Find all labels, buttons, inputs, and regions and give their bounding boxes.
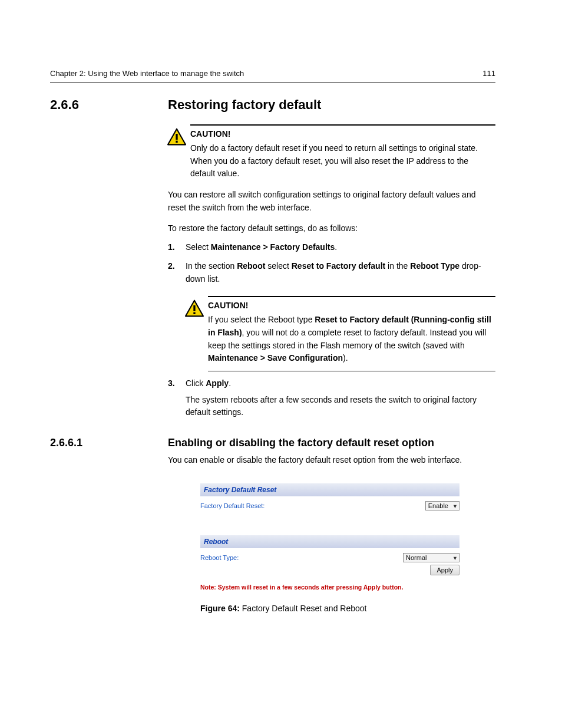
- section-title: Restoring factory default: [168, 97, 495, 113]
- step-bold: Maintenance > Factory Defaults: [211, 242, 335, 252]
- chevron-down-icon: ▼: [452, 503, 458, 509]
- ui-label-reboot-type: Reboot Type:: [200, 554, 318, 561]
- step-bold: Apply: [206, 378, 229, 388]
- select-value: Normal: [406, 554, 427, 561]
- figure-number: Figure 64:: [200, 604, 240, 613]
- caution-text-1: Only do a factory default reset if you n…: [190, 142, 495, 180]
- step-number: 3.: [168, 377, 186, 390]
- subsection-number: 2.6.6.1: [50, 437, 82, 449]
- figure-caption: Figure 64: Factory Default Reset and Reb…: [200, 604, 495, 613]
- warning-icon: [167, 128, 187, 146]
- select-value: Enable: [428, 502, 448, 509]
- ui-section-header-reboot: Reboot: [200, 535, 459, 548]
- subsection-title: Enabling or disabling the factory defaul…: [168, 437, 495, 449]
- header-chapter-title: Chapter 2: Using the Web interface to ma…: [50, 69, 244, 78]
- svg-rect-4: [193, 305, 195, 311]
- step-text: .: [335, 242, 337, 252]
- svg-rect-5: [193, 312, 195, 314]
- step-number: 2.: [168, 260, 186, 285]
- svg-rect-1: [176, 134, 177, 140]
- step-text: in the: [385, 261, 410, 271]
- body-paragraph-2: To restore the factory default settings,…: [168, 222, 495, 235]
- step-text: In the section: [186, 261, 237, 271]
- ui-row-apply: Apply: [200, 564, 459, 577]
- result-paragraph: The system reboots after a few seconds a…: [186, 394, 495, 419]
- svg-rect-2: [176, 141, 177, 143]
- caution-text-2: If you select the Reboot type Reset to F…: [208, 314, 495, 365]
- caution-label-1: CAUTION!: [190, 129, 495, 139]
- section-number: 2.6.6: [50, 97, 79, 113]
- step-text: Select: [186, 242, 211, 252]
- ui-section-header-factory: Factory Default Reset: [200, 483, 459, 496]
- step-text: Click: [186, 378, 206, 388]
- embedded-ui-panel: Factory Default Reset Factory Default Re…: [200, 483, 459, 591]
- ui-warning-note: Note: System will reset in a few seconds…: [200, 584, 459, 591]
- figure-caption-text: Factory Default Reset and Reboot: [240, 604, 367, 613]
- step-text: select: [265, 261, 291, 271]
- step-2: 2. In the section Reboot select Reset to…: [168, 260, 495, 285]
- caution-label-2: CAUTION!: [208, 301, 495, 310]
- ui-row-reboot-type: Reboot Type: Normal ▼: [200, 548, 459, 564]
- caution-block-2: CAUTION! If you select the Reboot type R…: [186, 296, 495, 371]
- step-3: 3. Click Apply.: [168, 377, 495, 390]
- apply-button[interactable]: Apply: [430, 565, 459, 575]
- caution-block-1: CAUTION! Only do a factory default reset…: [168, 124, 495, 180]
- ui-label-factory-default: Factory Default Reset:: [200, 502, 318, 509]
- ui-row-factory-default: Factory Default Reset: Enable ▼: [200, 496, 459, 512]
- header-rule: [50, 83, 495, 83]
- subsection-body: You can enable or disable the factory de…: [168, 454, 495, 467]
- steps-list-cont: 3. Click Apply.: [168, 377, 495, 390]
- step-bold: Reboot: [237, 261, 265, 271]
- steps-list: 1. Select Maintenance > Factory Defaults…: [168, 241, 495, 285]
- body-paragraph-1: You can restore all switch configuration…: [168, 189, 495, 214]
- step-text: .: [229, 378, 231, 388]
- header-page-number: 111: [482, 69, 495, 78]
- warning-icon: [184, 299, 204, 317]
- step-bold: Reset to Factory default: [292, 261, 385, 271]
- step-number: 1.: [168, 241, 186, 254]
- factory-default-reset-select[interactable]: Enable ▼: [425, 501, 459, 510]
- step-bold: Reboot Type: [410, 261, 459, 271]
- chevron-down-icon: ▼: [452, 555, 458, 561]
- reboot-type-select[interactable]: Normal ▼: [403, 553, 459, 562]
- step-1: 1. Select Maintenance > Factory Defaults…: [168, 241, 495, 254]
